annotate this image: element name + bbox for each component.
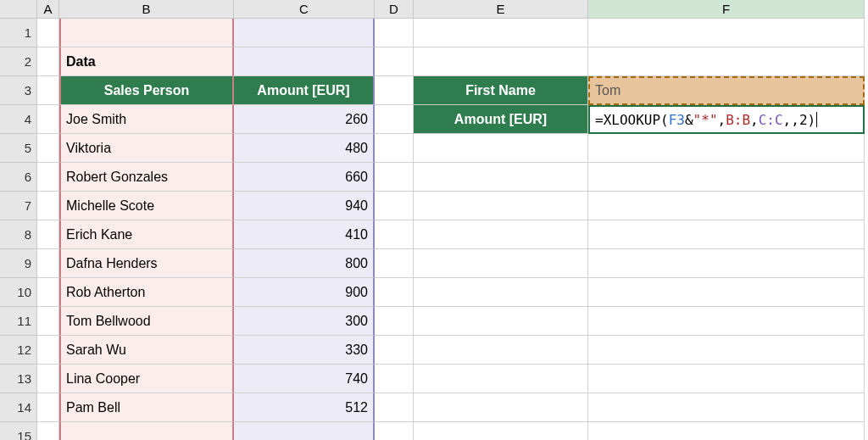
cell-D3[interactable] bbox=[375, 76, 414, 105]
cell-C12[interactable]: 330 bbox=[234, 336, 375, 365]
cell-F1[interactable] bbox=[588, 19, 865, 47]
cell-A3[interactable] bbox=[37, 76, 59, 105]
cell-A2[interactable] bbox=[37, 47, 59, 76]
cell-E8[interactable] bbox=[414, 220, 588, 249]
cell-C6[interactable]: 660 bbox=[234, 163, 375, 192]
cell-C5[interactable]: 480 bbox=[234, 134, 375, 163]
row-header[interactable]: 4 bbox=[0, 105, 37, 134]
cell-D9[interactable] bbox=[375, 249, 414, 278]
cell-A7[interactable] bbox=[37, 192, 59, 220]
cell-A15[interactable] bbox=[37, 422, 59, 440]
cell-B13[interactable]: Lina Cooper bbox=[59, 365, 234, 393]
cell-F2[interactable] bbox=[588, 47, 865, 76]
cell-D4[interactable] bbox=[375, 105, 414, 134]
cell-C15[interactable] bbox=[234, 422, 375, 440]
col-header-E[interactable]: E bbox=[414, 0, 588, 19]
cell-A11[interactable] bbox=[37, 307, 59, 336]
cell-D12[interactable] bbox=[375, 336, 414, 365]
cell-A9[interactable] bbox=[37, 249, 59, 278]
row-header[interactable]: 1 bbox=[0, 19, 37, 47]
col-header-B[interactable]: B bbox=[59, 0, 234, 19]
cell-A5[interactable] bbox=[37, 134, 59, 163]
cell-D10[interactable] bbox=[375, 278, 414, 307]
cell-C1[interactable] bbox=[234, 19, 375, 47]
cell-D13[interactable] bbox=[375, 365, 414, 393]
cell-A8[interactable] bbox=[37, 220, 59, 249]
row-header[interactable]: 5 bbox=[0, 134, 37, 163]
cell-E14[interactable] bbox=[414, 393, 588, 422]
cell-F11[interactable] bbox=[588, 307, 865, 336]
cell-B12[interactable]: Sarah Wu bbox=[59, 336, 234, 365]
cell-D11[interactable] bbox=[375, 307, 414, 336]
row-header[interactable]: 10 bbox=[0, 278, 37, 307]
cell-F4-formula-edit[interactable]: =XLOOKUP(F3&"*",B:B,C:C,,2) bbox=[588, 105, 865, 134]
cell-C14[interactable]: 512 bbox=[234, 393, 375, 422]
cell-F8[interactable] bbox=[588, 220, 865, 249]
cell-B4[interactable]: Joe Smith bbox=[59, 105, 234, 134]
col-header-A[interactable]: A bbox=[37, 0, 59, 19]
col-header-D[interactable]: D bbox=[375, 0, 414, 19]
cell-C9[interactable]: 800 bbox=[234, 249, 375, 278]
cell-D1[interactable] bbox=[375, 19, 414, 47]
cell-A6[interactable] bbox=[37, 163, 59, 192]
cell-C4[interactable]: 260 bbox=[234, 105, 375, 134]
cell-A1[interactable] bbox=[37, 19, 59, 47]
cell-E12[interactable] bbox=[414, 336, 588, 365]
cell-B9[interactable]: Dafna Henders bbox=[59, 249, 234, 278]
cell-E2[interactable] bbox=[414, 47, 588, 76]
row-header[interactable]: 11 bbox=[0, 307, 37, 336]
cell-D15[interactable] bbox=[375, 422, 414, 440]
cell-B3[interactable]: Sales Person bbox=[59, 76, 234, 105]
cell-F15[interactable] bbox=[588, 422, 865, 440]
row-header[interactable]: 2 bbox=[0, 47, 37, 76]
cell-C3[interactable]: Amount [EUR] bbox=[234, 76, 375, 105]
row-header[interactable]: 3 bbox=[0, 76, 37, 105]
spreadsheet-grid[interactable]: A B C D E F 1 2 Data 3 Sales Person Amou… bbox=[0, 0, 868, 440]
select-all-corner[interactable] bbox=[0, 0, 37, 19]
row-header[interactable]: 8 bbox=[0, 220, 37, 249]
cell-F14[interactable] bbox=[588, 393, 865, 422]
cell-E3[interactable]: First Name bbox=[414, 76, 588, 105]
cell-F5[interactable] bbox=[588, 134, 865, 163]
cell-B2[interactable]: Data bbox=[59, 47, 234, 76]
cell-C11[interactable]: 300 bbox=[234, 307, 375, 336]
cell-C10[interactable]: 900 bbox=[234, 278, 375, 307]
cell-C7[interactable]: 940 bbox=[234, 192, 375, 220]
cell-C8[interactable]: 410 bbox=[234, 220, 375, 249]
cell-B14[interactable]: Pam Bell bbox=[59, 393, 234, 422]
cell-F10[interactable] bbox=[588, 278, 865, 307]
cell-E6[interactable] bbox=[414, 163, 588, 192]
cell-F7[interactable] bbox=[588, 192, 865, 220]
cell-E7[interactable] bbox=[414, 192, 588, 220]
cell-A14[interactable] bbox=[37, 393, 59, 422]
row-header[interactable]: 9 bbox=[0, 249, 37, 278]
cell-B8[interactable]: Erich Kane bbox=[59, 220, 234, 249]
col-header-F[interactable]: F bbox=[588, 0, 865, 19]
cell-D7[interactable] bbox=[375, 192, 414, 220]
cell-B15[interactable] bbox=[59, 422, 234, 440]
cell-A13[interactable] bbox=[37, 365, 59, 393]
cell-C2[interactable] bbox=[234, 47, 375, 76]
cell-F12[interactable] bbox=[588, 336, 865, 365]
row-header[interactable]: 12 bbox=[0, 336, 37, 365]
cell-E11[interactable] bbox=[414, 307, 588, 336]
cell-A4[interactable] bbox=[37, 105, 59, 134]
cell-D5[interactable] bbox=[375, 134, 414, 163]
cell-A12[interactable] bbox=[37, 336, 59, 365]
cell-D8[interactable] bbox=[375, 220, 414, 249]
cell-E1[interactable] bbox=[414, 19, 588, 47]
col-header-C[interactable]: C bbox=[234, 0, 375, 19]
cell-D14[interactable] bbox=[375, 393, 414, 422]
cell-E9[interactable] bbox=[414, 249, 588, 278]
row-header[interactable]: 6 bbox=[0, 163, 37, 192]
cell-A10[interactable] bbox=[37, 278, 59, 307]
cell-D2[interactable] bbox=[375, 47, 414, 76]
row-header[interactable]: 7 bbox=[0, 192, 37, 220]
cell-B7[interactable]: Michelle Scote bbox=[59, 192, 234, 220]
cell-B10[interactable]: Rob Atherton bbox=[59, 278, 234, 307]
cell-B6[interactable]: Robert Gonzales bbox=[59, 163, 234, 192]
cell-E10[interactable] bbox=[414, 278, 588, 307]
cell-C13[interactable]: 740 bbox=[234, 365, 375, 393]
row-header[interactable]: 15 bbox=[0, 422, 37, 440]
row-header[interactable]: 14 bbox=[0, 393, 37, 422]
